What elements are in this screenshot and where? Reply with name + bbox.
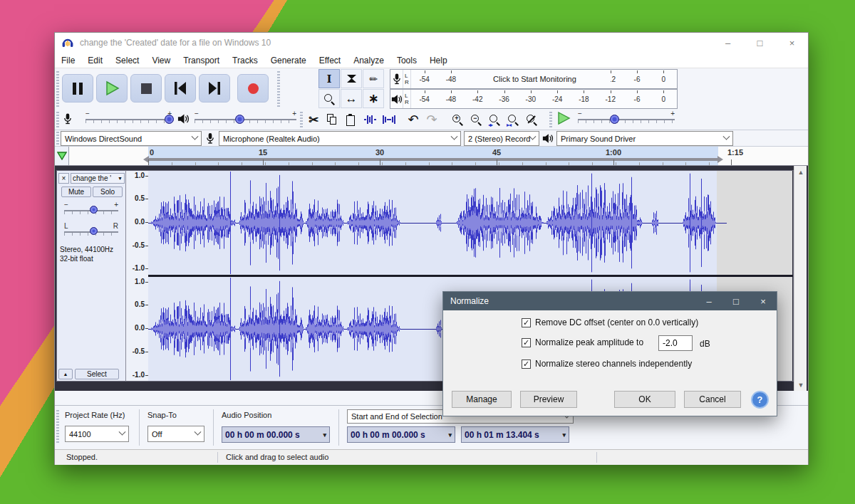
play-at-speed-grip[interactable] [549, 112, 552, 127]
menu-tools[interactable]: Tools [390, 56, 423, 65]
dialog-maximize-button[interactable]: □ [722, 292, 750, 310]
recording-device-select[interactable]: Microphone (Realtek Audio) [219, 131, 461, 146]
draw-tool-button[interactable]: ✏ [363, 69, 384, 88]
track-control-panel[interactable]: × change the ' ▼ Mute Solo −+ LR Stereo,… [56, 170, 126, 382]
time-field-arrow-icon[interactable]: ▾ [321, 431, 326, 439]
vertical-scrollbar[interactable]: ▲ ▼ [794, 166, 807, 391]
help-button[interactable]: ? [751, 391, 769, 409]
pause-button[interactable] [62, 74, 93, 103]
undo-button[interactable]: ↶ [404, 111, 423, 128]
preview-button[interactable]: Preview [520, 391, 577, 408]
quick-play-bar[interactable] [148, 158, 718, 161]
track-name-menu[interactable]: change the ' ▼ [71, 173, 125, 184]
selection-toolbar-grip[interactable] [56, 410, 59, 444]
selection-start-field[interactable]: 00 h 00 m 00.000 s▾ [347, 426, 455, 443]
fit-selection-button[interactable]: ◂▸ [485, 111, 504, 128]
scroll-up-button[interactable]: ▲ [794, 166, 807, 178]
menu-edit[interactable]: Edit [81, 56, 109, 65]
menu-view[interactable]: View [145, 56, 177, 65]
ok-button[interactable]: OK [614, 391, 675, 408]
recording-volume-slider[interactable]: −+ [86, 114, 172, 125]
close-button[interactable]: × [776, 33, 808, 53]
play-at-speed-button[interactable] [556, 111, 571, 128]
peak-amplitude-input[interactable] [658, 335, 693, 351]
record-button[interactable] [237, 74, 269, 103]
stop-button[interactable] [130, 74, 162, 103]
cancel-button[interactable]: Cancel [684, 391, 741, 408]
manage-button[interactable]: Manage [452, 391, 512, 408]
mixer-toolbar-grip[interactable] [56, 112, 59, 127]
recording-channels-select[interactable]: 2 (Stereo) Recording Cha [464, 131, 539, 146]
playback-device-select[interactable]: Primary Sound Driver [556, 131, 733, 146]
collapse-track-button[interactable]: ▲ [58, 369, 73, 379]
waveform-channel-left[interactable] [148, 171, 792, 275]
track-pan-thumb[interactable] [90, 227, 98, 235]
skip-to-end-button[interactable] [199, 74, 230, 103]
menu-select[interactable]: Select [109, 56, 145, 65]
track-pan-slider[interactable]: LR [64, 226, 118, 238]
timeline-ruler[interactable]: 0 15 30 45 1:00 1:15 [55, 147, 808, 166]
redo-button[interactable]: ↷ [423, 111, 441, 128]
track-select-button[interactable]: Select [75, 369, 119, 379]
audio-host-select[interactable]: Windows DirectSound [61, 131, 202, 146]
track-gain-thumb[interactable] [90, 206, 98, 214]
scroll-down-button[interactable]: ▼ [794, 379, 807, 391]
zoom-in-button[interactable]: + [448, 111, 467, 128]
edit-toolbar-grip[interactable] [300, 112, 303, 127]
time-field-arrow-icon[interactable]: ▾ [560, 431, 566, 439]
dialog-minimize-button[interactable]: – [695, 292, 722, 310]
solo-button[interactable]: Solo [93, 187, 123, 197]
playback-speed-thumb[interactable] [610, 115, 619, 124]
menu-file[interactable]: File [55, 56, 81, 65]
time-field-arrow-icon[interactable]: ▾ [446, 431, 452, 439]
recording-meter[interactable]: LR -54 -48 -42 -18 -12 -6 0 Click to Sta… [390, 69, 678, 89]
snap-to-select[interactable]: Off [147, 426, 204, 442]
minimize-button[interactable]: – [712, 33, 744, 53]
zoom-tool-button[interactable] [318, 89, 340, 108]
tools-toolbar-grip[interactable] [277, 71, 280, 107]
menu-generate[interactable]: Generate [264, 56, 313, 65]
transport-toolbar-grip[interactable] [56, 71, 59, 107]
track-gain-slider[interactable]: −+ [64, 205, 118, 216]
selection-end-field[interactable]: 00 h 01 m 13.404 s▾ [461, 426, 569, 443]
pinned-play-head-button[interactable] [55, 147, 69, 165]
recording-volume-thumb[interactable] [165, 115, 174, 124]
playback-meter[interactable]: LR -54 -48 -42 -36 -30 -24 -18 -12 -6 0 [390, 89, 678, 109]
zoom-toggle-button[interactable] [522, 111, 541, 128]
silence-audio-button[interactable] [380, 111, 398, 128]
copy-button[interactable] [323, 111, 341, 128]
normalize-peak-checkbox[interactable]: ✓ [522, 338, 531, 347]
menu-transport[interactable]: Transport [177, 56, 226, 65]
track-close-button[interactable]: × [58, 173, 69, 184]
skip-to-start-button[interactable] [165, 74, 196, 103]
normalize-peak-row[interactable]: ✓ Normalize peak amplitude to [522, 337, 643, 347]
dialog-close-button[interactable]: × [750, 292, 777, 310]
audio-position-field[interactable]: 00 h 00 m 00.000 s▾ [222, 426, 330, 443]
fit-project-button[interactable]: ▸◂ [504, 111, 522, 128]
cut-button[interactable]: ✂ [304, 111, 323, 128]
trim-audio-button[interactable] [361, 111, 380, 128]
normalize-stereo-row[interactable]: ✓ Normalize stereo channels independentl… [522, 359, 692, 369]
envelope-tool-button[interactable] [341, 69, 362, 88]
mute-button[interactable]: Mute [61, 187, 91, 197]
device-toolbar-grip[interactable] [56, 132, 59, 145]
normalize-stereo-checkbox[interactable]: ✓ [522, 359, 531, 369]
vertical-ruler[interactable]: 1.0 0.5 0.0 -0.5 -1.0 1.0 0.5 0.0 -0.5 -… [126, 170, 148, 382]
playback-volume-slider[interactable]: −+ [195, 114, 296, 125]
normalize-dialog-titlebar[interactable]: Normalize – □ × [443, 292, 777, 310]
multi-tool-button[interactable]: ∗ [363, 89, 384, 108]
menu-effect[interactable]: Effect [313, 56, 347, 65]
menu-tracks[interactable]: Tracks [226, 56, 264, 65]
remove-dc-offset-checkbox[interactable]: ✓ [522, 318, 531, 327]
remove-dc-offset-row[interactable]: ✓ Remove DC offset (center on 0.0 vertic… [522, 317, 698, 327]
paste-button[interactable] [341, 111, 360, 128]
monitoring-prompt[interactable]: Click to Start Monitoring [459, 70, 611, 88]
play-button[interactable] [96, 74, 128, 103]
maximize-button[interactable]: □ [744, 33, 776, 53]
playback-speed-slider[interactable]: −+ [578, 114, 675, 125]
timeshift-tool-button[interactable]: ↔ [341, 89, 362, 108]
selection-tool-button[interactable]: I [318, 69, 340, 88]
zoom-out-button[interactable]: − [467, 111, 485, 128]
project-rate-select[interactable]: 44100 [65, 426, 129, 442]
menu-help[interactable]: Help [423, 56, 454, 65]
